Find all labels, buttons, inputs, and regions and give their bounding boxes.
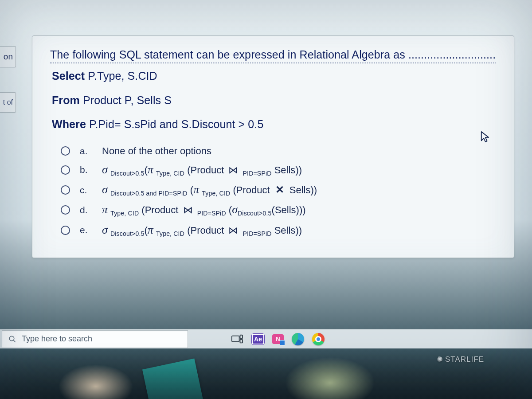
edge-browser-icon[interactable] bbox=[292, 333, 304, 345]
desk-sticky-note bbox=[142, 359, 203, 399]
option-e-right-rel: Sells bbox=[274, 225, 296, 236]
radio-d[interactable] bbox=[61, 205, 70, 215]
option-a-text: None of the other options bbox=[102, 145, 211, 157]
cartesian-product-icon: ✕ bbox=[273, 184, 287, 196]
svg-rect-2 bbox=[232, 336, 239, 341]
option-b-join-sub: PID=SPiD bbox=[243, 170, 272, 177]
taskbar-search-placeholder: Type here to search bbox=[22, 334, 92, 344]
option-b-letter: b. bbox=[80, 164, 92, 175]
nav-fragment-tof[interactable]: t of bbox=[0, 92, 16, 113]
sql-select-cols: P.Type, S.CID bbox=[85, 70, 157, 82]
question-intro-text: The following SQL statement can be expre… bbox=[50, 48, 496, 63]
sigma-symbol: σ bbox=[102, 223, 108, 236]
option-d-expression: π Type, CID (Product ⋈ PID=SPiD (σDiscou… bbox=[102, 203, 306, 217]
option-b[interactable]: b. σ Discout>0.5(π Type, CID (Product ⋈ … bbox=[61, 163, 496, 177]
svg-rect-3 bbox=[240, 335, 243, 338]
onenote-icon[interactable]: N bbox=[272, 334, 284, 344]
option-d[interactable]: d. π Type, CID (Product ⋈ PID=SPiD (σDis… bbox=[61, 203, 496, 217]
pi-symbol: π bbox=[193, 183, 199, 196]
pi-symbol: π bbox=[148, 223, 153, 236]
natural-join-icon: ⋈ bbox=[227, 164, 240, 176]
option-c-sigma-sub: Discout>0.5 and PID=SPiD bbox=[110, 190, 188, 197]
after-effects-icon[interactable]: Ae bbox=[252, 334, 264, 344]
gear-icon: ✺ bbox=[437, 355, 443, 364]
option-c-pi-sub: Type, CID bbox=[202, 190, 230, 197]
option-b-left-rel: Product bbox=[190, 164, 224, 176]
task-view-button[interactable] bbox=[231, 332, 244, 346]
tv-watermark-text: STARLIFE bbox=[445, 355, 484, 364]
option-d-letter: d. bbox=[80, 205, 92, 215]
sigma-symbol: σ bbox=[232, 203, 238, 216]
sql-where-kw: Where bbox=[52, 118, 86, 130]
mouse-cursor-icon bbox=[480, 131, 490, 143]
option-c-letter: c. bbox=[80, 185, 92, 196]
option-d-left-rel: Product bbox=[145, 204, 179, 215]
option-e-pi-sub: Type, CID bbox=[156, 230, 184, 237]
option-b-pi-sub: Type, CID bbox=[156, 170, 184, 177]
taskbar-search[interactable]: Type here to search bbox=[2, 330, 188, 348]
radio-c[interactable] bbox=[61, 185, 70, 195]
svg-point-0 bbox=[9, 336, 14, 341]
nav-fragment-on-label: on bbox=[4, 52, 13, 62]
search-icon bbox=[8, 335, 16, 343]
option-e-join-sub: PID=SPiD bbox=[243, 230, 272, 237]
option-e-expression: σ Discout>0.5(π Type, CID (Product ⋈ PID… bbox=[102, 223, 302, 237]
option-d-sigma-sub: Discout>0.5 bbox=[238, 210, 272, 217]
svg-line-1 bbox=[13, 340, 16, 342]
natural-join-icon: ⋈ bbox=[227, 225, 240, 236]
options-group: a. None of the other options b. σ Discou… bbox=[50, 145, 496, 238]
pi-symbol: π bbox=[148, 163, 153, 176]
tv-watermark: ✺STARLIFE bbox=[437, 355, 484, 364]
question-card: The following SQL statement can be expre… bbox=[32, 35, 514, 258]
option-a[interactable]: a. None of the other options bbox=[61, 145, 496, 157]
radio-a[interactable] bbox=[61, 146, 70, 156]
option-c-left-rel: Product bbox=[236, 184, 270, 196]
option-c[interactable]: c. σ Discout>0.5 and PID=SPiD (π Type, C… bbox=[61, 183, 496, 197]
option-b-sigma-sub: Discout>0.5 bbox=[110, 170, 145, 177]
nav-fragment-tof-label: t of bbox=[3, 98, 13, 106]
sql-block: Select P.Type, S.CID From Product P, Sel… bbox=[50, 66, 496, 134]
taskbar: Type here to search Ae N bbox=[0, 329, 532, 348]
question-intro: The following SQL statement can be expre… bbox=[50, 48, 496, 61]
option-e-letter: e. bbox=[80, 225, 92, 235]
nav-fragment-on[interactable]: on bbox=[0, 46, 16, 67]
radio-e[interactable] bbox=[61, 226, 70, 235]
option-d-join-sub: PID=SPiD bbox=[197, 210, 226, 217]
option-e-left-rel: Product bbox=[190, 225, 224, 236]
option-b-expression: σ Discout>0.5(π Type, CID (Product ⋈ PID… bbox=[102, 163, 302, 177]
option-d-pi-sub: Type, CID bbox=[110, 210, 139, 217]
sigma-symbol: σ bbox=[102, 183, 108, 196]
option-d-inner-rel: Sells bbox=[275, 204, 296, 215]
sql-from-kw: From bbox=[52, 94, 80, 106]
sql-select-kw: Select bbox=[52, 70, 85, 82]
option-c-expression: σ Discout>0.5 and PID=SPiD (π Type, CID … bbox=[102, 183, 317, 197]
chrome-browser-icon[interactable] bbox=[312, 333, 325, 345]
radio-b[interactable] bbox=[61, 165, 70, 175]
svg-rect-4 bbox=[240, 339, 243, 342]
sql-where-pred: P.Pid= S.sPid and S.Discount > 0.5 bbox=[86, 118, 264, 130]
option-b-right-rel: Sells bbox=[274, 164, 296, 176]
natural-join-icon: ⋈ bbox=[181, 204, 195, 215]
sql-from-tables: Product P, Sells S bbox=[80, 94, 172, 106]
sigma-symbol: σ bbox=[102, 163, 108, 176]
option-a-letter: a. bbox=[80, 146, 92, 156]
pi-symbol: π bbox=[102, 203, 108, 216]
option-e[interactable]: e. σ Discout>0.5(π Type, CID (Product ⋈ … bbox=[61, 223, 496, 237]
option-e-sigma-sub: Discout>0.5 bbox=[110, 230, 145, 237]
option-c-right-rel: Sells bbox=[289, 184, 311, 196]
taskbar-icons: Ae N bbox=[231, 332, 325, 346]
